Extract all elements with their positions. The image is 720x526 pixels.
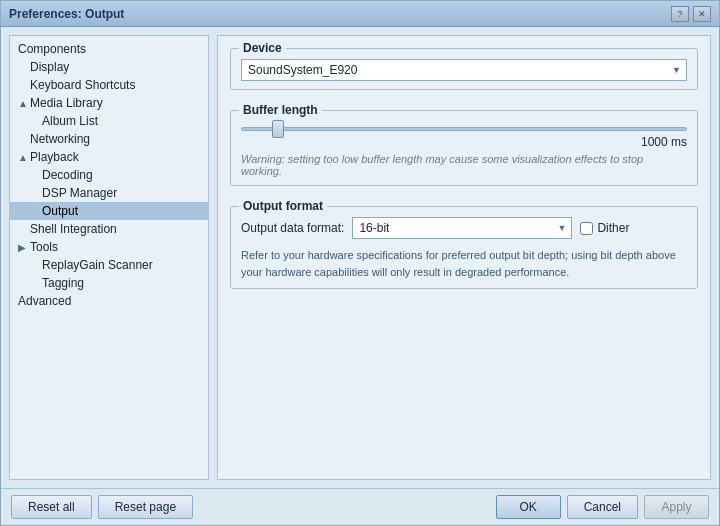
sidebar-item-display[interactable]: Display bbox=[10, 58, 208, 76]
right-panel: Device SoundSystem_E920 Buffer length 10… bbox=[217, 35, 711, 480]
expand-icon-playback: ▲ bbox=[18, 152, 30, 163]
sidebar-item-networking[interactable]: Networking bbox=[10, 130, 208, 148]
sidebar-label-tools: Tools bbox=[30, 240, 58, 254]
bottom-bar: Reset all Reset page OK Cancel Apply bbox=[1, 488, 719, 525]
expand-icon-tools: ▶ bbox=[18, 242, 30, 253]
sidebar-item-playback[interactable]: ▲Playback bbox=[10, 148, 208, 166]
sidebar-item-output[interactable]: Output bbox=[10, 202, 208, 220]
sidebar-label-media-library: Media Library bbox=[30, 96, 103, 110]
format-dropdown[interactable]: 16-bit bbox=[352, 217, 572, 239]
buffer-section: Buffer length 1000 ms Warning: setting t… bbox=[230, 110, 698, 186]
dither-checkbox-label[interactable]: Dither bbox=[580, 221, 629, 235]
reset-page-button[interactable]: Reset page bbox=[98, 495, 193, 519]
device-dropdown[interactable]: SoundSystem_E920 bbox=[241, 59, 687, 81]
format-description: Refer to your hardware specifications fo… bbox=[241, 247, 687, 280]
slider-container bbox=[241, 127, 687, 131]
apply-button[interactable]: Apply bbox=[644, 495, 709, 519]
titlebar: Preferences: Output ? ✕ bbox=[1, 1, 719, 27]
output-format-row: Output data format: 16-bit Dither bbox=[241, 217, 687, 239]
sidebar-item-keyboard-shortcuts[interactable]: Keyboard Shortcuts bbox=[10, 76, 208, 94]
buffer-warning-text: Warning: setting too low buffer length m… bbox=[241, 153, 687, 177]
dither-label-text: Dither bbox=[597, 221, 629, 235]
output-format-section: Output format Output data format: 16-bit… bbox=[230, 206, 698, 289]
device-section-title: Device bbox=[239, 41, 286, 55]
preferences-window: Preferences: Output ? ✕ Components Displ… bbox=[0, 0, 720, 526]
sidebar-item-dsp-manager[interactable]: DSP Manager bbox=[10, 184, 208, 202]
close-button[interactable]: ✕ bbox=[693, 6, 711, 22]
sidebar-item-replaygain[interactable]: ReplayGain Scanner bbox=[10, 256, 208, 274]
ok-button[interactable]: OK bbox=[496, 495, 561, 519]
buffer-ms-display: 1000 ms bbox=[241, 135, 687, 149]
device-section: Device SoundSystem_E920 bbox=[230, 48, 698, 90]
sidebar-item-components[interactable]: Components bbox=[10, 40, 208, 58]
output-format-label: Output data format: bbox=[241, 221, 344, 235]
sidebar-item-media-library[interactable]: ▲Media Library bbox=[10, 94, 208, 112]
main-content: Components Display Keyboard Shortcuts ▲M… bbox=[1, 27, 719, 488]
reset-all-button[interactable]: Reset all bbox=[11, 495, 92, 519]
device-dropdown-wrapper: SoundSystem_E920 bbox=[241, 59, 687, 81]
buffer-section-title: Buffer length bbox=[239, 103, 322, 117]
sidebar-item-tools[interactable]: ▶Tools bbox=[10, 238, 208, 256]
sidebar-item-advanced[interactable]: Advanced bbox=[10, 292, 208, 310]
output-format-title: Output format bbox=[239, 199, 327, 213]
format-dropdown-wrapper: 16-bit bbox=[352, 217, 572, 239]
expand-icon-media: ▲ bbox=[18, 98, 30, 109]
cancel-button[interactable]: Cancel bbox=[567, 495, 638, 519]
sidebar-label-playback: Playback bbox=[30, 150, 79, 164]
bottom-left-buttons: Reset all Reset page bbox=[11, 495, 193, 519]
dither-checkbox[interactable] bbox=[580, 222, 593, 235]
slider-thumb[interactable] bbox=[272, 120, 284, 138]
sidebar-item-shell-integration[interactable]: Shell Integration bbox=[10, 220, 208, 238]
sidebar-item-tagging[interactable]: Tagging bbox=[10, 274, 208, 292]
sidebar-item-decoding[interactable]: Decoding bbox=[10, 166, 208, 184]
titlebar-buttons: ? ✕ bbox=[671, 6, 711, 22]
sidebar: Components Display Keyboard Shortcuts ▲M… bbox=[9, 35, 209, 480]
window-title: Preferences: Output bbox=[9, 7, 124, 21]
help-button[interactable]: ? bbox=[671, 6, 689, 22]
sidebar-item-album-list[interactable]: Album List bbox=[10, 112, 208, 130]
slider-track bbox=[241, 127, 687, 131]
